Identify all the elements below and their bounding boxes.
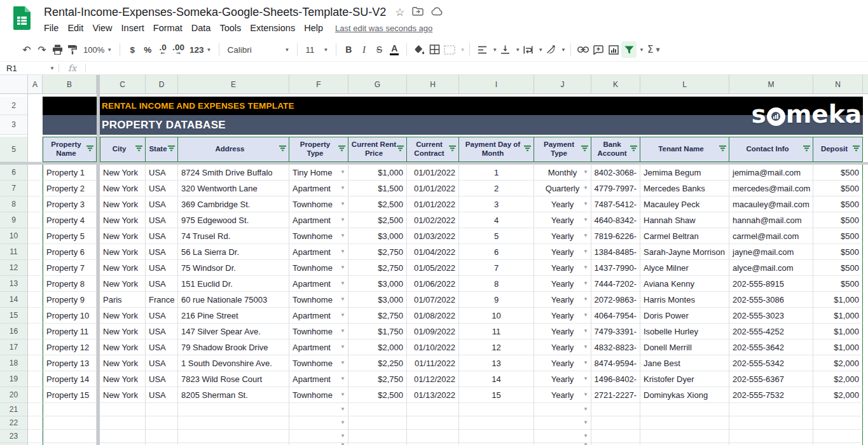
- cell[interactable]: $3,000: [348, 228, 407, 244]
- dropdown-arrow-icon[interactable]: ▼: [340, 249, 345, 254]
- column-header-L[interactable]: L: [640, 75, 729, 94]
- cell[interactable]: $3,000: [348, 276, 407, 292]
- row-header-16[interactable]: 16: [0, 324, 28, 339]
- cell[interactable]: Apartment▼: [289, 244, 348, 260]
- cell[interactable]: 2721-2227-: [591, 387, 640, 403]
- cell[interactable]: ▼: [534, 416, 591, 430]
- cell[interactable]: Donell Merrill: [640, 339, 729, 355]
- cell[interactable]: 56 La Sierra Dr.: [178, 244, 289, 260]
- cell[interactable]: 13: [459, 355, 534, 371]
- dropdown-arrow-icon[interactable]: ▼: [340, 376, 345, 381]
- filter-icon[interactable]: [279, 145, 287, 154]
- table-header-cell[interactable]: City: [100, 137, 146, 162]
- cell[interactable]: New York: [100, 387, 146, 403]
- cell[interactable]: alyce@mail.com: [729, 260, 813, 276]
- cell[interactable]: New York: [100, 212, 146, 228]
- cell[interactable]: Mercedes Banks: [640, 181, 729, 196]
- cell[interactable]: 7479-3391-: [591, 324, 640, 339]
- cell[interactable]: USA: [146, 371, 178, 387]
- cell[interactable]: [813, 403, 863, 416]
- table-header-cell[interactable]: State: [146, 137, 178, 162]
- cell[interactable]: 01/01/2022: [407, 165, 459, 181]
- cell[interactable]: [28, 228, 43, 244]
- paint-format-button[interactable]: [65, 41, 80, 58]
- cell[interactable]: hannah@mail.com: [729, 212, 813, 228]
- cell[interactable]: 01/05/2022: [407, 260, 459, 276]
- merge-cells-button[interactable]: [442, 41, 457, 58]
- cell[interactable]: 202-555-8915: [729, 276, 813, 292]
- cell[interactable]: New York: [100, 244, 146, 260]
- cell[interactable]: 7823 Wild Rose Court: [178, 371, 289, 387]
- cell[interactable]: $2,000: [813, 371, 863, 387]
- cell[interactable]: Dominykas Xiong: [640, 387, 729, 403]
- table-header-cell[interactable]: Contact Info: [729, 137, 813, 162]
- dropdown-arrow-icon[interactable]: ▼: [583, 312, 588, 318]
- cell[interactable]: Property 3: [43, 196, 97, 212]
- table-header-cell[interactable]: Deposit: [813, 137, 863, 162]
- table-header-cell[interactable]: Bank Account: [591, 137, 640, 162]
- cell[interactable]: $2,500: [348, 212, 407, 228]
- cell[interactable]: Yearly▼: [534, 196, 591, 212]
- dropdown-arrow-icon[interactable]: ▼: [583, 264, 588, 270]
- cell[interactable]: [28, 212, 43, 228]
- decrease-decimal-button[interactable]: .0←: [155, 41, 170, 58]
- cell[interactable]: Carmel Beltran: [640, 228, 729, 244]
- column-header-K[interactable]: K: [591, 75, 640, 94]
- cell[interactable]: [28, 387, 43, 403]
- cell[interactable]: [28, 416, 43, 430]
- row-header-19[interactable]: 19: [0, 371, 28, 387]
- filter-icon[interactable]: [803, 145, 811, 154]
- cell[interactable]: carmel@mail.com: [729, 228, 813, 244]
- cell[interactable]: Yearly▼: [534, 228, 591, 244]
- cell[interactable]: Townhome▼: [289, 196, 348, 212]
- cell[interactable]: [100, 430, 146, 443]
- filter-icon[interactable]: [448, 145, 457, 154]
- cell[interactable]: [348, 416, 407, 430]
- cell[interactable]: $1,500: [348, 181, 407, 196]
- cell[interactable]: [640, 430, 729, 443]
- cell[interactable]: Apartment▼: [289, 276, 348, 292]
- column-header-G[interactable]: G: [348, 75, 407, 94]
- cell[interactable]: [100, 416, 146, 430]
- cell[interactable]: [146, 416, 178, 430]
- cell[interactable]: 147 Silver Spear Ave.: [178, 324, 289, 339]
- cell[interactable]: Apartment▼: [289, 308, 348, 324]
- menu-format[interactable]: Format: [149, 22, 187, 34]
- cell[interactable]: France: [146, 292, 178, 308]
- cell[interactable]: [591, 416, 640, 430]
- dropdown-arrow-icon[interactable]: ▼: [340, 169, 345, 175]
- cell[interactable]: [28, 403, 43, 416]
- cell[interactable]: 01/01/2022: [407, 196, 459, 212]
- row-header-9[interactable]: 9: [0, 212, 28, 228]
- cell[interactable]: Jemima Begum: [640, 165, 729, 181]
- cell[interactable]: [640, 416, 729, 430]
- cell[interactable]: $1,000: [813, 308, 863, 324]
- cell[interactable]: $1,000: [348, 165, 407, 181]
- column-header-J[interactable]: J: [534, 75, 591, 94]
- row-header-14[interactable]: 14: [0, 292, 28, 308]
- cell[interactable]: 7487-5412-: [591, 196, 640, 212]
- table-header-cell[interactable]: Current Rent Price: [348, 137, 407, 162]
- dropdown-arrow-icon[interactable]: ▼: [340, 360, 345, 366]
- cell[interactable]: New York: [100, 308, 146, 324]
- column-header-H[interactable]: H: [407, 75, 459, 94]
- cell[interactable]: $500: [813, 244, 863, 260]
- cell[interactable]: New York: [100, 260, 146, 276]
- cell[interactable]: $500: [813, 276, 863, 292]
- dropdown-arrow-icon[interactable]: ▼: [340, 185, 345, 191]
- cell[interactable]: [348, 430, 407, 443]
- cell[interactable]: [813, 430, 863, 443]
- vertical-align-select[interactable]: [497, 41, 513, 58]
- cell[interactable]: [28, 181, 43, 196]
- cell[interactable]: $500: [813, 196, 863, 212]
- cell[interactable]: Property 1: [43, 165, 97, 181]
- filter-icon[interactable]: [523, 145, 532, 154]
- row-header-23[interactable]: 23: [0, 430, 28, 443]
- cell[interactable]: 7819-6226-: [591, 228, 640, 244]
- cell[interactable]: USA: [146, 196, 178, 212]
- cell[interactable]: USA: [146, 212, 178, 228]
- font-select[interactable]: Calibri▼: [224, 41, 293, 58]
- cell[interactable]: $2,000: [813, 355, 863, 371]
- cell[interactable]: Quarterly▼: [534, 181, 591, 196]
- row-header-5[interactable]: 5: [0, 137, 28, 162]
